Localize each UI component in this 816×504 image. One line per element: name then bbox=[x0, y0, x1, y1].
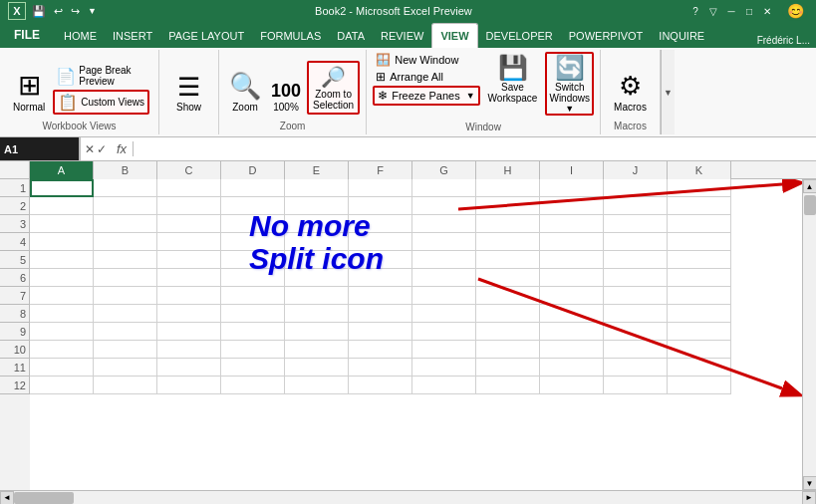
more-quick-btn[interactable]: ▼ bbox=[86, 6, 99, 16]
undo-quick-btn[interactable]: ↩ bbox=[52, 5, 65, 18]
redo-quick-btn[interactable]: ↪ bbox=[69, 5, 82, 18]
zoom-btn[interactable]: 🔍 Zoom bbox=[225, 69, 265, 115]
save-workspace-icon: 💾 bbox=[498, 54, 528, 82]
col-header-B[interactable]: B bbox=[94, 161, 157, 179]
col-header-J[interactable]: J bbox=[604, 161, 668, 179]
name-box[interactable]: A1 bbox=[0, 137, 80, 160]
switch-windows-arrow: ▼ bbox=[565, 104, 574, 114]
cell-J1[interactable] bbox=[604, 179, 668, 197]
cell-H1[interactable] bbox=[476, 179, 540, 197]
col-header-E[interactable]: E bbox=[285, 161, 349, 179]
scroll-left-btn[interactable]: ◄ bbox=[0, 491, 14, 505]
tab-inquire[interactable]: INQUIRE bbox=[651, 24, 712, 48]
custom-views-icon: 📋 bbox=[58, 93, 78, 112]
header-spacer bbox=[0, 161, 30, 178]
scroll-right-btn[interactable]: ► bbox=[802, 491, 816, 505]
horizontal-scrollbar[interactable]: ◄ ► bbox=[0, 490, 816, 504]
col-header-K[interactable]: K bbox=[668, 161, 731, 179]
row-header-4[interactable]: 4 bbox=[0, 233, 30, 251]
row-header-3[interactable]: 3 bbox=[0, 215, 30, 233]
page-break-preview-btn[interactable]: 📄 Page BreakPreview bbox=[53, 64, 149, 88]
col-header-C[interactable]: C bbox=[157, 161, 221, 179]
tab-formulas[interactable]: FORMULAS bbox=[252, 24, 329, 48]
new-window-btn[interactable]: 🪟 New Window bbox=[373, 52, 479, 68]
tab-page-layout[interactable]: PAGE LAYOUT bbox=[160, 24, 252, 48]
title-bar-right: ? ▽ ─ □ ✕ 😊 bbox=[688, 1, 808, 21]
col-header-A[interactable]: A bbox=[30, 161, 94, 179]
normal-view-btn[interactable]: ⊞ Normal bbox=[9, 70, 49, 115]
macros-btn[interactable]: ⚙ Macros bbox=[610, 69, 651, 115]
vertical-scrollbar[interactable]: ▲ ▼ bbox=[802, 179, 816, 490]
col-header-I[interactable]: I bbox=[540, 161, 604, 179]
cell-G1[interactable] bbox=[412, 179, 476, 197]
h-scroll-track[interactable] bbox=[14, 491, 802, 505]
row-header-9[interactable]: 9 bbox=[0, 323, 30, 341]
col-header-D[interactable]: D bbox=[221, 161, 285, 179]
zoom-selection-btn[interactable]: 🔎 Zoom toSelection bbox=[307, 61, 360, 115]
arrange-all-label: Arrange All bbox=[390, 71, 443, 83]
switch-windows-btn[interactable]: 🔄 SwitchWindows ▼ bbox=[545, 52, 594, 116]
tab-insert[interactable]: INSERT bbox=[105, 24, 160, 48]
cell-B1[interactable] bbox=[94, 179, 157, 197]
formula-input[interactable] bbox=[134, 143, 816, 155]
col-header-G[interactable]: G bbox=[412, 161, 476, 179]
zoom-100-icon: 100 bbox=[271, 81, 301, 102]
window-close-btn[interactable]: ✕ bbox=[760, 4, 774, 18]
custom-views-btn[interactable]: 📋 Custom Views bbox=[53, 90, 149, 115]
cancel-formula-btn[interactable]: ✕ bbox=[85, 142, 95, 156]
row-header-1[interactable]: 1 bbox=[0, 179, 30, 197]
save-quick-btn[interactable]: 💾 bbox=[30, 5, 48, 18]
table-row bbox=[30, 323, 802, 341]
cell-E1[interactable] bbox=[285, 179, 349, 197]
show-btn[interactable]: ☰ Show bbox=[170, 72, 208, 115]
arrange-all-btn[interactable]: ⊞ Arrange All bbox=[373, 69, 479, 85]
user-name[interactable]: Frédéric L... bbox=[751, 33, 816, 48]
cell-A2[interactable] bbox=[30, 197, 94, 215]
zoom-100-btn[interactable]: 100 100% bbox=[267, 79, 305, 115]
table-row bbox=[30, 305, 802, 323]
scroll-up-btn[interactable]: ▲ bbox=[803, 179, 817, 193]
scroll-thumb[interactable] bbox=[804, 195, 816, 215]
row-header-12[interactable]: 12 bbox=[0, 377, 30, 394]
tab-home[interactable]: HOME bbox=[56, 24, 105, 48]
row-header-5[interactable]: 5 bbox=[0, 251, 30, 269]
cell-D1[interactable] bbox=[221, 179, 285, 197]
row-header-8[interactable]: 8 bbox=[0, 305, 30, 323]
freeze-panes-btn[interactable]: ❄ Freeze Panes ▼ bbox=[373, 86, 479, 106]
col-header-F[interactable]: F bbox=[349, 161, 412, 179]
cell-K1[interactable] bbox=[668, 179, 731, 197]
help-btn[interactable]: ? bbox=[688, 4, 702, 18]
tab-powerpivot[interactable]: POWERPIVOT bbox=[561, 24, 652, 48]
table-row bbox=[30, 269, 802, 287]
row-header-2[interactable]: 2 bbox=[0, 197, 30, 215]
cell-I1[interactable] bbox=[540, 179, 604, 197]
ribbon-minimize-btn[interactable]: ▽ bbox=[706, 4, 720, 18]
show-group: ☰ Show Show bbox=[159, 50, 219, 134]
tab-developer[interactable]: DEVELOPER bbox=[478, 24, 561, 48]
tab-review[interactable]: REVIEW bbox=[373, 24, 431, 48]
tab-view[interactable]: VIEW bbox=[431, 23, 477, 48]
row-header-7[interactable]: 7 bbox=[0, 287, 30, 305]
row-header-6[interactable]: 6 bbox=[0, 269, 30, 287]
column-headers: A B C D E F G H I J K bbox=[0, 161, 816, 179]
tab-file[interactable]: FILE bbox=[0, 22, 54, 48]
cell-A1[interactable] bbox=[30, 179, 94, 197]
tab-data[interactable]: DATA bbox=[329, 24, 373, 48]
zoom-group: 🔍 Zoom 100 100% 🔎 Zoom toSelection Zoom bbox=[219, 50, 367, 134]
scroll-down-btn[interactable]: ▼ bbox=[803, 476, 817, 490]
row-header-10[interactable]: 10 bbox=[0, 341, 30, 359]
col-header-H[interactable]: H bbox=[476, 161, 540, 179]
save-workspace-btn[interactable]: 💾 SaveWorkspace bbox=[484, 52, 542, 116]
table-row bbox=[30, 179, 802, 197]
row-header-11[interactable]: 11 bbox=[0, 359, 30, 377]
formula-bar: A1 ✕ ✓ fx bbox=[0, 137, 816, 161]
cell-C1[interactable] bbox=[157, 179, 221, 197]
scroll-track[interactable] bbox=[802, 193, 817, 476]
cell-F1[interactable] bbox=[349, 179, 412, 197]
ribbon-collapse-btn[interactable]: ▼ bbox=[661, 50, 675, 134]
window-maximize-btn[interactable]: □ bbox=[742, 4, 756, 18]
window-minimize-btn[interactable]: ─ bbox=[724, 4, 738, 18]
title-bar: X 💾 ↩ ↪ ▼ Book2 - Microsoft Excel Previe… bbox=[0, 0, 816, 22]
confirm-formula-btn[interactable]: ✓ bbox=[97, 142, 107, 156]
h-scroll-thumb[interactable] bbox=[14, 492, 74, 504]
